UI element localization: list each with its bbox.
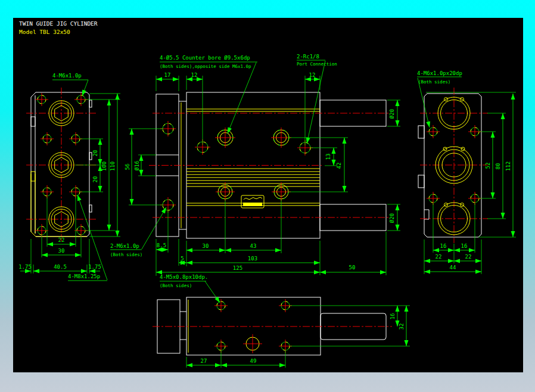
annotation-end-1: 4-M6x1.0px20dp <box>417 70 462 76</box>
screenshot-root: { "window": { "frame_top_color": "#00fff… <box>0 0 535 392</box>
dim-end-22a: 22 <box>436 254 442 260</box>
title-line1: TWIN GUIDE JIG CYLINDER <box>19 20 98 27</box>
dim-end-112: 112 <box>505 161 511 171</box>
model-label: Model TBL 32x50 <box>19 29 70 35</box>
cad-canvas[interactable]: TWIN GUIDE JIG CYLINDER Model TBL 32x50 <box>13 18 523 372</box>
front-view: 20 20 100 110 22 30 40.5 1.75 1.75 4-M6x… <box>18 73 120 281</box>
annotation-counterbore-1: 4-Ø5.5 Counter bore Ø9.5x6dp <box>160 55 250 61</box>
dim-plan-dia20-top: Ø20 <box>389 109 395 119</box>
nameplate-sticker <box>241 195 264 208</box>
dim-end-44: 44 <box>450 265 456 270</box>
dim-end-16b: 16 <box>461 243 468 249</box>
dim-plan-125: 125 <box>233 265 242 271</box>
dim-plan-42: 42 <box>336 163 342 169</box>
bottom-view: 27 49 16 32 4-M5x0.8px10dp. (Both sides) <box>153 274 410 368</box>
dim-bottom-16: 16 <box>390 313 396 320</box>
annotation-bottom-1: 4-M5x0.8px10dp. <box>160 274 208 280</box>
dim-front-22: 22 <box>58 237 65 243</box>
dim-plan-56: 56 <box>125 164 130 170</box>
annotation-guide-1: 2-M6x1.0p <box>110 243 139 249</box>
dim-front-20a: 20 <box>92 150 98 157</box>
dim-front-100: 100 <box>101 161 107 171</box>
dim-front-40-5: 40.5 <box>54 264 67 270</box>
dim-plan-30: 30 <box>203 243 209 249</box>
dim-front-30: 30 <box>58 248 65 254</box>
dim-plan-50: 50 <box>349 265 356 270</box>
dim-front-175-right: 1.75 <box>88 264 101 270</box>
annotation-port-2: Port Connection <box>297 61 337 67</box>
annotation-guide-2: (Both sides) <box>110 252 142 257</box>
dim-end-22b: 22 <box>465 254 472 260</box>
annotation-end-2: (Both sides) <box>418 79 450 85</box>
annotation-counterbore-2: (Both sides),opposite side M6x1.0p <box>160 64 251 69</box>
dim-end-52: 52 <box>485 163 491 169</box>
dim-plan-12a: 12 <box>191 72 198 78</box>
dim-plan-dia16: Ø16 <box>134 161 140 170</box>
dim-plan-12b: 12 <box>309 72 316 78</box>
dim-front-20b: 20 <box>92 176 98 183</box>
annotation-front-m6: 4-M6x1.0p <box>52 73 82 79</box>
dim-end-16a: 16 <box>440 243 447 249</box>
dim-plan-43: 43 <box>250 243 257 249</box>
dim-bottom-49: 49 <box>250 358 257 364</box>
cad-drawing: TWIN GUIDE JIG CYLINDER Model TBL 32x50 <box>13 18 523 372</box>
dim-plan-5: 5 <box>181 256 183 262</box>
dim-plan-17: 17 <box>164 72 171 78</box>
center-port-hole <box>243 334 262 353</box>
annotation-port-1: 2-Rc1/8 <box>297 54 319 60</box>
dim-bottom-27: 27 <box>201 358 207 364</box>
annotation-bottom-2: (Both sides) <box>160 283 192 288</box>
dim-front-175-left: 1.75 <box>18 264 32 270</box>
dim-bottom-32: 32 <box>399 323 405 330</box>
dim-plan-8-5: 8.5 <box>157 242 166 248</box>
dim-front-110: 110 <box>110 161 116 171</box>
plan-view: 17 12 12 56 Ø16 13 42 Ø20 Ø20 8.5 30 43 … <box>110 54 400 276</box>
end-view: 52 80 112 16 16 22 22 44 4-M6x1.0px20dp … <box>417 70 516 274</box>
drawing-title: TWIN GUIDE JIG CYLINDER Model TBL 32x50 <box>19 20 98 35</box>
dim-plan-103: 103 <box>248 256 257 262</box>
dim-end-80: 80 <box>495 163 501 170</box>
annotation-front-m8: 4-M8x1.25p <box>68 273 100 279</box>
dim-plan-13: 13 <box>325 154 331 160</box>
dim-plan-dia20-bottom: Ø20 <box>389 213 395 223</box>
